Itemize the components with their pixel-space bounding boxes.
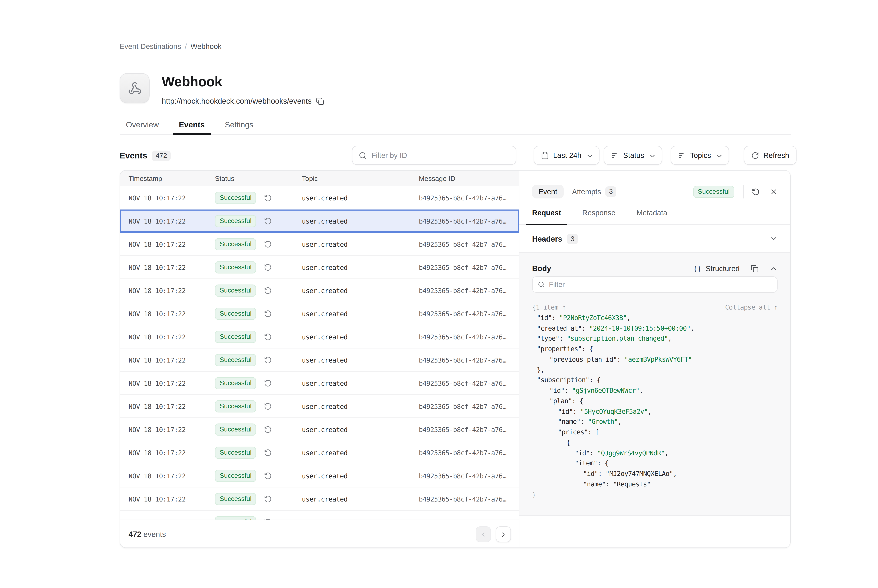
- retry-event-icon[interactable]: [752, 188, 760, 196]
- subtab-request[interactable]: Request: [526, 203, 568, 225]
- copy-url-icon[interactable]: [316, 97, 324, 105]
- detail-tab-attempts[interactable]: Attempts 3: [572, 186, 616, 197]
- retry-icon[interactable]: [264, 217, 272, 225]
- json-line: "id": "5HycQYuqK3eF5a2v",: [532, 406, 777, 417]
- table-row[interactable]: NOV 18 10:17:22 Successful user.created …: [120, 279, 519, 302]
- table-footer: 472 events: [120, 520, 519, 548]
- headers-section[interactable]: Headers 3: [519, 225, 790, 253]
- event-topic: user.created: [302, 309, 347, 317]
- event-topic: user.created: [302, 194, 347, 202]
- table-row[interactable]: NOV 18 10:17:22 Successful user.created …: [120, 488, 519, 511]
- events-heading: Events: [120, 151, 147, 160]
- table-row[interactable]: NOV 18 10:17:22 Successful user.created …: [120, 210, 519, 232]
- events-table: Timestamp Status Topic Message ID NOV 18…: [120, 171, 519, 548]
- collapse-all-button[interactable]: Collapse all ↑: [725, 302, 777, 312]
- json-line: }: [532, 489, 777, 500]
- event-topic: user.created: [302, 263, 347, 271]
- retry-icon[interactable]: [264, 495, 272, 503]
- breadcrumb-event-destinations[interactable]: Event Destinations: [120, 42, 181, 51]
- breadcrumb-separator: /: [185, 42, 187, 51]
- table-row[interactable]: NOV 18 10:17:22 Successful user.created …: [120, 418, 519, 441]
- column-topic: Topic: [302, 174, 318, 182]
- retry-icon[interactable]: [264, 240, 272, 248]
- status-badge: Successful: [215, 308, 256, 320]
- detail-tab-event[interactable]: Event: [532, 185, 564, 198]
- body-filter-input[interactable]: [549, 280, 772, 288]
- tab-overview[interactable]: Overview: [120, 117, 165, 135]
- copy-body-icon[interactable]: [751, 265, 759, 273]
- breadcrumb: Event Destinations / Webhook: [120, 42, 222, 51]
- retry-icon[interactable]: [264, 518, 272, 520]
- collapse-body-icon[interactable]: [770, 265, 777, 273]
- status-badge: Successful: [215, 238, 256, 250]
- retry-icon[interactable]: [264, 333, 272, 340]
- retry-icon[interactable]: [264, 448, 272, 456]
- search-icon: [538, 281, 545, 288]
- json-line: "id": "P2NoRtyZoTc46X3B",: [532, 312, 777, 323]
- table-row[interactable]: NOV 18 10:17:22 Successful user.created …: [120, 511, 519, 520]
- table-row[interactable]: NOV 18 10:17:22 Successful user.created …: [120, 395, 519, 418]
- event-timestamp: NOV 18 10:17:22: [129, 263, 186, 271]
- table-row[interactable]: NOV 18 10:17:22 Successful user.created …: [120, 326, 519, 348]
- json-line: "name": "Growth",: [532, 417, 777, 427]
- table-row[interactable]: NOV 18 10:17:22 Successful user.created …: [120, 464, 519, 488]
- search-icon: [359, 152, 367, 159]
- retry-icon[interactable]: [264, 402, 272, 410]
- table-row[interactable]: NOV 18 10:17:22 Successful user.created …: [120, 186, 519, 210]
- filter-icon: [611, 152, 619, 159]
- chevron-down-icon[interactable]: [770, 235, 777, 243]
- close-icon[interactable]: [770, 188, 777, 196]
- breadcrumb-webhook[interactable]: Webhook: [191, 42, 222, 51]
- event-timestamp: NOV 18 10:17:22: [129, 240, 186, 248]
- event-topic: user.created: [302, 402, 347, 410]
- json-line: "name": "Requests": [532, 479, 777, 489]
- attempts-count-badge: 3: [605, 186, 616, 197]
- pagination-next-button[interactable]: [496, 526, 511, 542]
- table-row[interactable]: NOV 18 10:17:22 Successful user.created …: [120, 256, 519, 279]
- status-filter-button[interactable]: Status: [604, 146, 662, 165]
- retry-icon[interactable]: [264, 194, 272, 202]
- event-timestamp: NOV 18 10:17:22: [129, 217, 186, 225]
- json-line: "prices": [: [532, 427, 777, 437]
- tab-settings[interactable]: Settings: [218, 117, 260, 135]
- event-message-id: b4925365-b8cf-42b7-a76…: [419, 194, 507, 202]
- status-badge: Successful: [215, 377, 256, 389]
- retry-icon[interactable]: [264, 425, 272, 433]
- table-row[interactable]: NOV 18 10:17:22 Successful user.created …: [120, 232, 519, 256]
- table-row[interactable]: NOV 18 10:17:22 Successful user.created …: [120, 348, 519, 372]
- divider: [743, 185, 744, 198]
- webhook-icon: [128, 81, 141, 95]
- status-badge: Successful: [215, 423, 256, 435]
- time-range-button[interactable]: Last 24h: [534, 146, 599, 165]
- filter-by-id-input[interactable]: [371, 151, 510, 159]
- refresh-button[interactable]: Refresh: [744, 146, 797, 165]
- retry-icon[interactable]: [264, 309, 272, 317]
- retry-icon[interactable]: [264, 472, 272, 480]
- json-line: "item": {: [532, 458, 777, 468]
- json-viewer: {1 item ↑ Collapse all ↑ "id": "P2NoRtyZ…: [532, 302, 777, 500]
- retry-icon[interactable]: [264, 356, 272, 364]
- retry-icon[interactable]: [264, 379, 272, 387]
- event-detail-panel: Event Attempts 3 Successful Request Resp…: [519, 171, 790, 548]
- topics-filter-button[interactable]: Topics: [671, 146, 729, 165]
- event-topic: user.created: [302, 356, 347, 364]
- retry-icon[interactable]: [264, 263, 272, 271]
- subtab-metadata[interactable]: Metadata: [630, 203, 674, 225]
- subtab-response[interactable]: Response: [576, 203, 622, 225]
- pagination-prev-button[interactable]: [476, 526, 491, 542]
- events-card: Timestamp Status Topic Message ID NOV 18…: [120, 170, 791, 548]
- table-row[interactable]: NOV 18 10:17:22 Successful user.created …: [120, 302, 519, 326]
- status-badge: Successful: [215, 215, 256, 227]
- status-badge: Successful: [215, 470, 256, 482]
- event-timestamp: NOV 18 10:17:22: [129, 448, 186, 456]
- table-row[interactable]: NOV 18 10:17:22 Successful user.created …: [120, 372, 519, 395]
- event-message-id: b4925365-b8cf-42b7-a76…: [419, 495, 507, 503]
- table-row[interactable]: NOV 18 10:17:22 Successful user.created …: [120, 441, 519, 464]
- event-message-id: b4925365-b8cf-42b7-a76…: [419, 286, 507, 294]
- retry-icon[interactable]: [264, 286, 272, 294]
- column-message-id: Message ID: [419, 174, 456, 182]
- tab-events[interactable]: Events: [173, 117, 211, 135]
- event-message-id: b4925365-b8cf-42b7-a76…: [419, 425, 507, 433]
- body-filter-box: [532, 276, 777, 292]
- structured-mode-toggle[interactable]: {} Structured: [693, 264, 740, 273]
